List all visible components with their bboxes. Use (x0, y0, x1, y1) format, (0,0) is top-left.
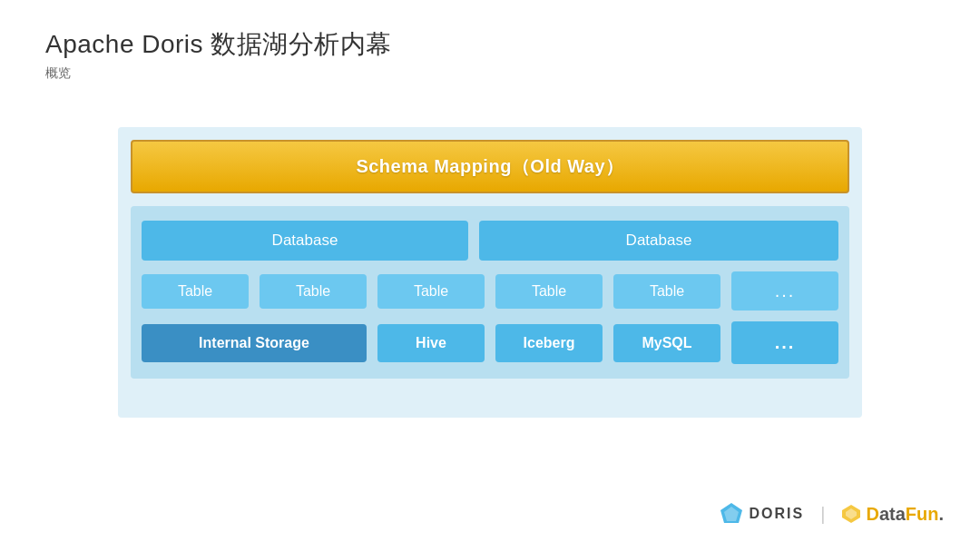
table-box-2: Table (260, 274, 367, 309)
table-box-5: Table (613, 274, 720, 309)
database-row: Database Database (142, 221, 838, 261)
page-title: Apache Doris 数据湖分析内幕 (45, 27, 392, 62)
datafun-logo: DataFun. (841, 504, 944, 525)
datafun-ata: ata (879, 504, 906, 524)
table-box-4: Table (495, 274, 603, 309)
inner-area: Database Database Table Table Table Tabl… (131, 206, 849, 379)
datafun-dot: . (938, 504, 944, 524)
diagram-container: Schema Mapping（Old Way） Database Databas… (118, 127, 862, 418)
storage-box-hive: Hive (377, 324, 485, 362)
doris-logo: DORIS (719, 501, 805, 527)
datafun-d: D (866, 504, 878, 524)
storage-box-mysql: MySQL (613, 324, 720, 362)
table-box-1: Table (142, 274, 249, 309)
database-box-right: Database (479, 221, 838, 261)
storage-box-dots: ... (731, 321, 838, 364)
footer-logos: DORIS | DataFun. (719, 501, 944, 527)
datafun-text: DataFun. (866, 504, 944, 525)
logo-divider: | (820, 504, 825, 525)
header: Apache Doris 数据湖分析内幕 概览 (45, 27, 392, 82)
datafun-fun: Fun (906, 504, 939, 524)
doris-label: DORIS (750, 506, 805, 522)
table-box-3: Table (377, 274, 485, 309)
database-box-left: Database (142, 221, 468, 261)
storage-box-internal: Internal Storage (142, 324, 367, 362)
storage-box-iceberg: Iceberg (495, 324, 603, 362)
doris-icon (719, 501, 744, 527)
table-row: Table Table Table Table Table ... (142, 271, 838, 310)
page-subtitle: 概览 (45, 65, 392, 82)
schema-mapping-bar: Schema Mapping（Old Way） (131, 140, 849, 193)
datafun-icon (841, 504, 861, 524)
storage-row: Internal Storage Hive Iceberg MySQL ... (142, 321, 838, 364)
table-box-dots: ... (731, 271, 838, 310)
